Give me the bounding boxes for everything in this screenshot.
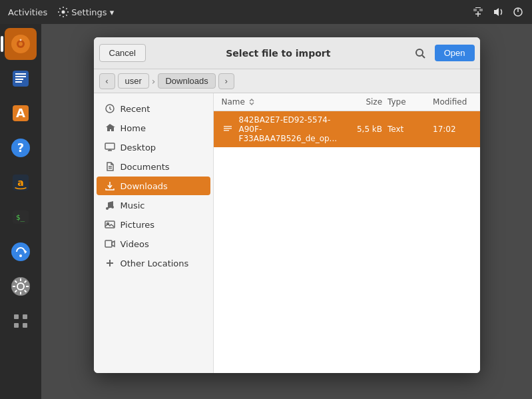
svg-point-23	[11, 242, 30, 261]
settings-label: Settings	[71, 7, 107, 17]
sidebar-item-other[interactable]: Other Locations	[97, 254, 210, 272]
music-icon	[105, 200, 115, 210]
settings-arrow: ▾	[110, 7, 115, 17]
svg-text:$_: $_	[16, 213, 25, 222]
svg-rect-48	[224, 128, 232, 129]
file-icon	[222, 123, 234, 135]
sidebar-item-music-label: Music	[121, 200, 145, 210]
sidebar-item-pictures[interactable]: Pictures	[97, 215, 210, 234]
svg-rect-46	[222, 123, 233, 135]
app-dock: A ? a $_	[0, 24, 41, 399]
column-header-type: Type	[388, 97, 427, 107]
svg-rect-27	[14, 314, 19, 319]
clock-icon	[105, 103, 115, 114]
volume-icon[interactable]	[492, 6, 504, 18]
svg-rect-28	[23, 314, 27, 319]
dock-item-updater[interactable]	[5, 236, 37, 268]
sidebar-item-downloads[interactable]: Downloads	[97, 177, 210, 195]
sidebar-item-other-label: Other Locations	[121, 258, 189, 268]
svg-rect-34	[105, 143, 115, 149]
file-row[interactable]: 842BA2E7-ED92-5574-A90F-F33ABAA7B526_de_…	[214, 111, 480, 147]
svg-line-32	[422, 55, 425, 58]
pictures-icon	[105, 219, 115, 230]
sidebar-item-recent[interactable]: Recent	[97, 99, 210, 118]
breadcrumb-bar: ‹ user › Downloads ›	[94, 69, 480, 93]
dock-item-rhythmbox[interactable]	[5, 28, 37, 60]
svg-text:a: a	[17, 177, 23, 188]
svg-rect-14	[15, 81, 22, 83]
sidebar-item-recent-label: Recent	[121, 104, 150, 114]
topbar-right	[472, 6, 524, 18]
dock-item-help[interactable]: ?	[5, 132, 37, 164]
topbar: Activities Settings ▾	[0, 0, 532, 24]
sidebar-item-downloads-label: Downloads	[121, 181, 168, 191]
svg-point-9	[20, 39, 22, 41]
power-icon[interactable]	[512, 6, 524, 18]
home-icon	[105, 123, 115, 133]
file-size: 5,5 kB	[342, 125, 382, 134]
file-chooser-dialog: Cancel Select file to import Open ‹ user…	[94, 37, 480, 373]
dock-item-apps[interactable]	[5, 305, 37, 337]
svg-rect-2	[479, 9, 483, 11]
chevron-right-icon: ›	[225, 76, 228, 86]
dock-item-libreoffice[interactable]	[5, 63, 37, 95]
svg-rect-3	[475, 7, 481, 8]
sidebar-item-documents[interactable]: Documents	[97, 157, 210, 176]
activities-button[interactable]: Activities	[8, 7, 47, 17]
svg-point-0	[62, 11, 65, 14]
dock-item-terminal[interactable]: $_	[5, 201, 37, 233]
breadcrumb-current[interactable]: Downloads	[158, 73, 215, 89]
dialog-body: Recent Home	[94, 93, 480, 373]
sort-icon	[248, 98, 256, 106]
main-layout: A ? a $_	[0, 24, 532, 399]
sidebar-item-videos[interactable]: Videos	[97, 234, 210, 253]
sidebar-item-pictures-label: Pictures	[121, 220, 154, 230]
svg-text:A: A	[16, 106, 25, 120]
dialog-header: Cancel Select file to import Open	[94, 37, 480, 69]
sidebar-item-desktop[interactable]: Desktop	[97, 138, 210, 157]
sidebar-item-videos-label: Videos	[121, 239, 149, 249]
column-header-name[interactable]: Name	[222, 97, 338, 107]
cancel-button[interactable]: Cancel	[99, 44, 146, 62]
svg-rect-13	[15, 79, 23, 80]
file-list-area: Name Size Type Modified	[214, 93, 480, 373]
svg-rect-30	[23, 323, 27, 328]
sidebar-item-documents-label: Documents	[121, 162, 170, 172]
svg-point-39	[106, 207, 109, 210]
dock-item-settings[interactable]	[5, 270, 37, 302]
open-button[interactable]: Open	[435, 45, 475, 61]
svg-rect-47	[224, 126, 232, 127]
gear-icon	[58, 7, 69, 17]
breadcrumb-separator: ›	[152, 76, 156, 87]
file-list: 842BA2E7-ED92-5574-A90F-F33ABAA7B526_de_…	[214, 111, 480, 373]
settings-menu[interactable]: Settings ▾	[58, 7, 114, 17]
file-name: 842BA2E7-ED92-5574-A90F-F33ABAA7B526_de_…	[239, 115, 338, 143]
file-sidebar: Recent Home	[94, 93, 214, 373]
svg-text:?: ?	[17, 141, 24, 155]
column-header-modified: Modified	[433, 97, 479, 107]
chevron-left-icon: ‹	[105, 76, 108, 86]
column-header-size: Size	[342, 97, 382, 107]
svg-point-8	[19, 42, 23, 46]
svg-rect-43	[105, 240, 112, 247]
breadcrumb-back-button[interactable]: ‹	[99, 73, 115, 89]
sidebar-item-home[interactable]: Home	[97, 119, 210, 137]
videos-icon	[105, 238, 115, 249]
network-icon[interactable]	[472, 6, 484, 18]
sidebar-item-music[interactable]: Music	[97, 196, 210, 214]
svg-point-40	[111, 206, 114, 208]
svg-point-31	[416, 49, 423, 56]
desktop-icon	[105, 142, 115, 153]
svg-point-24	[19, 254, 22, 257]
dock-item-appstore[interactable]: A	[5, 97, 37, 129]
svg-rect-29	[14, 323, 19, 328]
breadcrumb-parent[interactable]: user	[118, 73, 149, 89]
sidebar-item-desktop-label: Desktop	[121, 143, 156, 153]
file-type: Text	[388, 125, 427, 134]
dock-item-amazon[interactable]: a	[5, 167, 37, 199]
breadcrumb-forward-button[interactable]: ›	[218, 73, 234, 89]
sidebar-item-home-label: Home	[121, 123, 146, 133]
file-modified: 17:02	[433, 125, 479, 134]
dialog-wrapper: Cancel Select file to import Open ‹ user…	[41, 24, 532, 399]
search-button[interactable]	[411, 44, 429, 63]
